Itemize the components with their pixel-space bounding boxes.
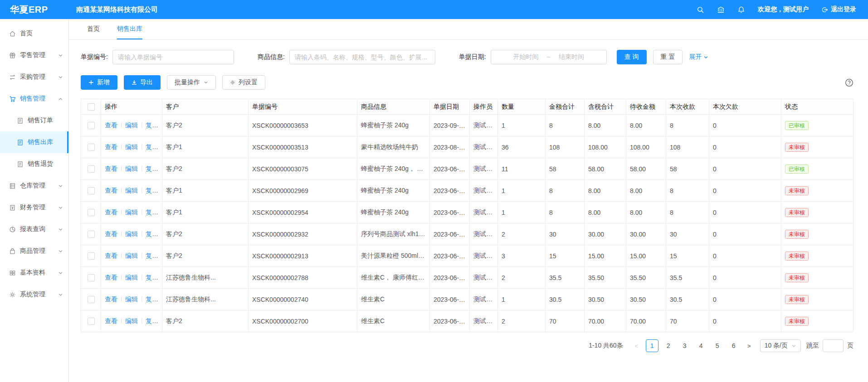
- tenant-icon[interactable]: [717, 6, 725, 14]
- edit-link[interactable]: 编辑: [125, 230, 138, 237]
- product-cell: 美汁源果粒橙 500ml 美汁美汁美汁...: [357, 245, 430, 267]
- view-link[interactable]: 查看: [105, 230, 117, 237]
- copy-link[interactable]: 复制: [146, 274, 158, 281]
- view-link[interactable]: 查看: [105, 143, 117, 150]
- date-cell: 2023-06-19 23:55:14: [430, 180, 470, 202]
- copy-link[interactable]: 复制: [146, 317, 158, 324]
- edit-link[interactable]: 编辑: [125, 165, 138, 172]
- doc-icon: [17, 161, 24, 168]
- receivable-cell: 30.50: [626, 289, 666, 310]
- edit-link[interactable]: 编辑: [125, 121, 138, 129]
- receivable-cell: 58.00: [626, 158, 666, 180]
- view-link[interactable]: 查看: [105, 208, 117, 216]
- edit-link[interactable]: 编辑: [125, 317, 138, 324]
- page-tab[interactable]: 首页: [87, 19, 100, 39]
- sidebar-item[interactable]: 报表查询: [0, 218, 68, 240]
- prev-page-button[interactable]: <: [630, 339, 643, 352]
- sidebar-item[interactable]: 系统管理: [0, 284, 68, 305]
- sidebar: 首页 零售管理 采购管理 销售管理 销售: [0, 19, 69, 382]
- view-link[interactable]: 查看: [105, 274, 117, 281]
- help-icon[interactable]: [845, 78, 853, 87]
- logout-button[interactable]: 退出登录: [821, 5, 856, 14]
- sidebar-item[interactable]: 仓库管理: [0, 175, 68, 197]
- jump-page-input[interactable]: [823, 339, 844, 352]
- page-number-button[interactable]: 6: [727, 339, 740, 352]
- row-actions-cell: 查看编辑复制删除: [101, 202, 162, 223]
- row-checkbox[interactable]: [88, 122, 95, 129]
- search-icon[interactable]: [697, 6, 704, 14]
- copy-link[interactable]: 复制: [146, 230, 158, 237]
- tax-total-cell: 8.00: [585, 115, 626, 136]
- copy-link[interactable]: 复制: [146, 295, 158, 303]
- sidebar-item[interactable]: 基本资料: [0, 262, 68, 284]
- row-checkbox[interactable]: [88, 231, 95, 238]
- sidebar-item[interactable]: 采购管理: [0, 66, 68, 88]
- row-checkbox[interactable]: [88, 144, 95, 151]
- qty-cell: 36: [498, 136, 546, 158]
- copy-link[interactable]: 复制: [146, 187, 158, 194]
- bill-no-input[interactable]: [112, 50, 234, 64]
- welcome-user[interactable]: 欢迎您，测试用户: [758, 5, 809, 14]
- copy-link[interactable]: 复制: [146, 121, 158, 129]
- date-range-picker[interactable]: 开始时间 ~ 结束时间: [491, 50, 607, 64]
- edit-link[interactable]: 编辑: [125, 252, 138, 259]
- page-tab[interactable]: 销售出库: [117, 19, 142, 39]
- page-size-select[interactable]: 10 条/页: [760, 339, 801, 352]
- table-header-cell: 操作: [101, 99, 162, 115]
- amount-cell: 8: [546, 180, 585, 202]
- reset-button[interactable]: 重 置: [653, 50, 683, 64]
- sidebar-item[interactable]: 首页: [0, 23, 68, 44]
- search-button[interactable]: 查 询: [617, 50, 647, 64]
- column-settings-button[interactable]: 列设置: [222, 75, 265, 90]
- sidebar-item[interactable]: 销售管理: [0, 88, 68, 110]
- next-page-button[interactable]: >: [743, 339, 756, 352]
- copy-link[interactable]: 复制: [146, 165, 158, 172]
- page-number-button[interactable]: 4: [695, 339, 707, 352]
- row-checkbox[interactable]: [88, 296, 95, 303]
- view-link[interactable]: 查看: [105, 121, 117, 129]
- edit-link[interactable]: 编辑: [125, 295, 138, 303]
- view-link[interactable]: 查看: [105, 295, 117, 303]
- edit-link[interactable]: 编辑: [125, 187, 138, 194]
- add-button[interactable]: 新增: [81, 75, 117, 90]
- sidebar-item[interactable]: 销售退货: [0, 153, 68, 175]
- sidebar-item[interactable]: 销售出库: [0, 131, 68, 153]
- customer-cell: 客户2: [162, 223, 249, 245]
- date-cell: 2023-06-13 23:45:54: [430, 267, 470, 289]
- copy-link[interactable]: 复制: [146, 252, 158, 259]
- row-checkbox[interactable]: [88, 165, 95, 173]
- page-number-button[interactable]: 1: [646, 339, 658, 352]
- view-link[interactable]: 查看: [105, 252, 117, 259]
- page-number-button[interactable]: 5: [711, 339, 724, 352]
- notification-bell-icon[interactable]: [737, 6, 745, 14]
- copy-link[interactable]: 复制: [146, 208, 158, 216]
- page-size-value: 10 条/页: [765, 342, 788, 350]
- edit-link[interactable]: 编辑: [125, 208, 138, 216]
- product-info-input[interactable]: [289, 50, 435, 64]
- received-cell: 58: [666, 158, 709, 180]
- edit-link[interactable]: 编辑: [125, 274, 138, 281]
- sidebar-item[interactable]: 财务管理: [0, 197, 68, 218]
- view-link[interactable]: 查看: [105, 317, 117, 324]
- sales-outbound-table: 操作客户单据编号商品信息单据日期操作员数量金额合计含税合计待收金额本次收款本次欠…: [81, 99, 853, 332]
- sidebar-item[interactable]: 销售订单: [0, 110, 68, 131]
- export-button[interactable]: 导出: [124, 75, 161, 90]
- sidebar-item[interactable]: 零售管理: [0, 44, 68, 66]
- copy-link[interactable]: 复制: [146, 143, 158, 150]
- row-checkbox[interactable]: [88, 274, 95, 281]
- view-link[interactable]: 查看: [105, 165, 117, 172]
- page-number-button[interactable]: 3: [678, 339, 691, 352]
- status-cell: 已审核: [781, 115, 853, 136]
- view-link[interactable]: 查看: [105, 187, 117, 194]
- batch-actions-button[interactable]: 批量操作: [167, 75, 216, 90]
- row-checkbox[interactable]: [88, 318, 95, 325]
- edit-link[interactable]: 编辑: [125, 143, 138, 150]
- page-number-button[interactable]: 2: [662, 339, 675, 352]
- row-checkbox[interactable]: [88, 209, 95, 216]
- gift-icon: [9, 52, 16, 59]
- sidebar-item[interactable]: 商品管理: [0, 240, 68, 262]
- row-checkbox[interactable]: [88, 187, 95, 194]
- expand-filters-link[interactable]: 展开: [689, 53, 708, 61]
- row-checkbox[interactable]: [88, 252, 95, 260]
- select-all-checkbox[interactable]: [88, 103, 95, 111]
